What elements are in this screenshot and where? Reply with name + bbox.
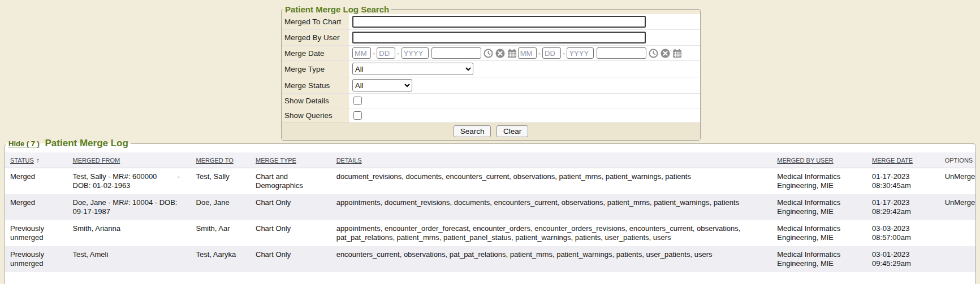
merged-to-chart-label: Merged To Chart <box>282 14 349 29</box>
unmerge-link[interactable]: UnMerge <box>945 172 975 181</box>
merged-to-chart-input[interactable] <box>352 16 646 28</box>
options-cell <box>940 246 975 272</box>
clear-button[interactable]: Clear <box>497 125 528 137</box>
status-cell: Merged <box>5 168 68 195</box>
show-queries-value <box>349 108 700 123</box>
date-separator: - <box>397 49 399 58</box>
merge-date-to-day-input[interactable] <box>542 47 561 59</box>
merge-date-from-month-input[interactable] <box>352 47 371 59</box>
options-cell: UnMerge <box>940 194 975 220</box>
column-header-options: OPTIONS <box>940 152 975 168</box>
calendar-icon[interactable] <box>672 49 682 58</box>
column-header-merge-type[interactable]: MERGE TYPE <box>251 152 331 168</box>
table-header-row: STATUS↑ MERGED FROM MERGED TO MERGE TYPE… <box>5 152 975 168</box>
merge-type-cell: Chart and Demographics <box>251 168 331 195</box>
merged-to-chart-value <box>349 14 700 29</box>
merge-date-row: Merge Date - - - <box>282 45 700 60</box>
merged-to-chart-row: Merged To Chart <box>282 14 700 29</box>
merge-type-select[interactable]: All <box>352 63 473 75</box>
merge-date-to-month-input[interactable] <box>518 47 537 59</box>
merged-to-cell: Test, Aaryka <box>191 246 251 272</box>
merged-from-cell: Smith, Arianna <box>68 220 191 246</box>
sort-ascending-icon: ↑ <box>36 156 40 164</box>
table-row: Previously unmerged Smith, Arianna Smith… <box>5 220 975 246</box>
column-header-details[interactable]: DETAILS <box>331 152 772 168</box>
show-details-checkbox[interactable] <box>353 97 362 105</box>
log-title: Patient Merge Log <box>45 138 128 148</box>
date-separator: - <box>538 49 541 58</box>
merge-date-cell: 03-03-2023 08:57:00am <box>867 220 940 246</box>
clock-icon[interactable] <box>649 49 658 58</box>
details-cell: appointments, document_revisions, docume… <box>331 194 772 220</box>
table-row: Previously unmerged Test, Ameli Test, Aa… <box>5 246 975 272</box>
merge-status-select[interactable]: All <box>352 79 412 91</box>
show-queries-row: Show Queries <box>282 108 700 123</box>
patient-merge-log-table: STATUS↑ MERGED FROM MERGED TO MERGE TYPE… <box>5 152 975 272</box>
merged-to-cell: Smith, Aar <box>191 220 251 246</box>
column-header-merge-date[interactable]: MERGE DATE <box>867 152 940 168</box>
show-details-label: Show Details <box>282 94 349 108</box>
merge-status-label: Merge Status <box>282 77 349 93</box>
merged-by-user-cell: Medical Informatics Engineering, MIE <box>772 220 867 246</box>
merge-type-cell: Chart Only <box>251 220 331 246</box>
merge-type-row: Merge Type All <box>282 60 700 77</box>
merged-from-cell: Doe, Jane - MR#: 10004 - DOB: 09-17-1987 <box>68 194 191 220</box>
details-cell: document_revisions, documents, encounter… <box>331 168 772 195</box>
column-header-merged-to[interactable]: MERGED TO <box>191 152 251 168</box>
show-details-row: Show Details <box>282 93 700 108</box>
show-queries-checkbox[interactable] <box>353 111 362 120</box>
merge-date-value: - - - - <box>349 46 700 60</box>
merged-by-user-value <box>349 30 700 45</box>
search-button[interactable]: Search <box>454 125 491 137</box>
merge-status-value: All <box>349 77 700 93</box>
merged-by-user-input[interactable] <box>352 32 646 43</box>
merge-date-from-time-input[interactable] <box>431 47 481 59</box>
merge-date-cell: 01-17-2023 08:30:45am <box>867 168 940 195</box>
status-cell: Merged <box>5 194 68 220</box>
merged-by-user-row: Merged By User <box>282 29 700 45</box>
column-header-merged-by-user[interactable]: MERGED BY USER <box>772 152 867 168</box>
merge-type-label: Merge Type <box>282 61 349 77</box>
merge-date-from-year-input[interactable] <box>402 47 429 59</box>
patient-merge-log-search-form: Patient Merge Log Search Merged To Chart… <box>281 5 701 141</box>
column-header-status[interactable]: STATUS↑ <box>5 152 68 168</box>
details-cell: appointments, encounter_order_forecast, … <box>331 220 772 246</box>
table-row: Merged Doe, Jane - MR#: 10004 - DOB: 09-… <box>5 194 975 220</box>
merged-from-cell: Test, Sally - MR#: 600000 - DOB: 01-02-1… <box>68 168 191 195</box>
merge-type-cell: Chart Only <box>251 194 331 220</box>
merge-date-from-day-input[interactable] <box>377 47 395 59</box>
merge-status-row: Merge Status All <box>282 77 700 93</box>
merged-to-cell: Doe, Jane <box>191 194 251 220</box>
table-row: Merged Test, Sally - MR#: 600000 - DOB: … <box>5 168 975 195</box>
date-separator: - <box>563 49 565 58</box>
merge-type-cell: Chart Only <box>251 246 331 272</box>
patient-merge-log-section: Hide ( 7 ) Patient Merge Log STATUS↑ MER… <box>5 138 976 284</box>
options-cell <box>940 220 975 246</box>
clear-icon[interactable] <box>660 49 670 58</box>
merge-date-cell: 03-01-2023 09:45:29am <box>867 246 940 272</box>
clock-icon[interactable] <box>483 49 493 58</box>
search-form-title: Patient Merge Log Search <box>283 5 391 14</box>
merged-by-user-label: Merged By User <box>282 30 349 45</box>
merge-date-to-year-input[interactable] <box>567 47 594 59</box>
options-cell: UnMerge <box>940 168 975 195</box>
log-legend: Hide ( 7 ) Patient Merge Log <box>6 138 131 149</box>
merged-by-user-cell: Medical Informatics Engineering, MIE <box>772 194 867 220</box>
hide-link[interactable]: Hide ( 7 ) <box>8 139 40 148</box>
merged-by-user-cell: Medical Informatics Engineering, MIE <box>772 168 867 195</box>
status-cell: Previously unmerged <box>5 246 68 272</box>
show-details-value <box>349 94 700 108</box>
details-cell: encounters_current, observations, pat_pa… <box>331 246 772 272</box>
merged-to-cell: Test, Sally <box>191 168 251 195</box>
column-header-merged-from[interactable]: MERGED FROM <box>68 152 191 168</box>
merged-from-cell: Test, Ameli <box>68 246 191 272</box>
merge-date-label: Merge Date <box>282 46 349 60</box>
merge-date-cell: 01-17-2023 08:29:42am <box>867 194 940 220</box>
merge-date-to-time-input[interactable] <box>597 47 646 59</box>
clear-icon[interactable] <box>495 49 505 58</box>
show-queries-label: Show Queries <box>282 108 349 123</box>
status-cell: Previously unmerged <box>5 220 68 246</box>
calendar-icon[interactable] <box>507 49 517 58</box>
unmerge-link[interactable]: UnMerge <box>945 198 975 207</box>
merge-type-value: All <box>349 61 700 77</box>
